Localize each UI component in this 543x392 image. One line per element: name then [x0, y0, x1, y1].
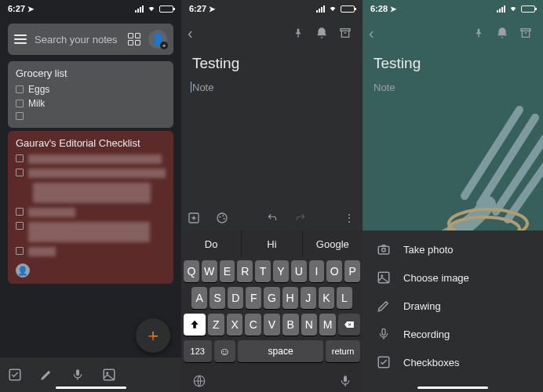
note-card-grocery[interactable]: Grocery list Eggs Milk — [8, 61, 173, 128]
dictation-icon[interactable] — [339, 374, 352, 388]
key-b[interactable]: B — [282, 314, 299, 336]
account-avatar[interactable]: 👤 — [148, 30, 167, 49]
key-a[interactable]: A — [191, 287, 207, 309]
redo-icon[interactable] — [293, 212, 308, 223]
sheet-item-choose-image[interactable]: Choose image — [363, 263, 543, 292]
checkbox-icon — [16, 247, 24, 255]
space-key[interactable]: space — [238, 340, 323, 362]
checkbox-icon[interactable] — [16, 85, 24, 93]
clock: 6:28 — [370, 4, 388, 13]
archive-icon[interactable] — [339, 27, 356, 39]
note-add-menu-screen: 6:28 ➤ ‹ Testing Note Take photo — [363, 0, 543, 392]
note-title-input[interactable]: Testing — [192, 55, 352, 72]
key-h[interactable]: H — [282, 287, 298, 309]
sheet-item-take-photo[interactable]: Take photo — [363, 235, 543, 263]
note-card-checklist[interactable]: Gaurav's Editorial Checklist 👤 — [8, 131, 173, 284]
archive-icon[interactable] — [519, 27, 537, 39]
image-icon[interactable] — [102, 368, 116, 382]
checkbox-icon[interactable] — [8, 368, 22, 382]
key-s[interactable]: S — [210, 287, 225, 309]
palette-icon[interactable] — [216, 212, 230, 224]
note-editor[interactable]: Testing Note — [181, 49, 363, 100]
pin-icon[interactable] — [292, 27, 309, 39]
key-z[interactable]: Z — [208, 314, 224, 336]
suggestion[interactable]: Google — [303, 230, 363, 257]
note-editor[interactable]: Testing Note — [363, 49, 543, 100]
sheet-item-checkboxes[interactable]: Checkboxes — [363, 348, 543, 376]
key-l[interactable]: L — [337, 287, 352, 309]
mic-icon[interactable] — [71, 368, 85, 382]
signal-icon — [497, 5, 505, 13]
checkbox-icon[interactable] — [16, 112, 24, 120]
svg-rect-11 — [344, 376, 347, 382]
key-q[interactable]: Q — [184, 260, 199, 282]
sheet-item-drawing[interactable]: Drawing — [363, 292, 543, 320]
key-k[interactable]: K — [319, 287, 334, 309]
mic-icon — [377, 327, 391, 341]
backspace-key[interactable] — [338, 314, 360, 336]
key-e[interactable]: E — [220, 260, 235, 282]
brush-icon[interactable] — [39, 368, 53, 382]
more-icon[interactable]: ⋮ — [342, 212, 356, 224]
suggestion[interactable]: Do — [181, 230, 242, 257]
key-w[interactable]: W — [202, 260, 217, 282]
key-u[interactable]: U — [291, 260, 307, 282]
svg-point-3 — [106, 372, 108, 374]
back-icon[interactable]: ‹ — [188, 24, 193, 42]
camera-icon — [377, 242, 391, 256]
reminder-icon[interactable] — [315, 27, 333, 39]
return-key[interactable]: return — [326, 340, 360, 362]
key-r[interactable]: R — [237, 260, 253, 282]
suggestion[interactable]: Hi — [242, 230, 302, 257]
image-icon — [377, 270, 391, 285]
home-indicator[interactable] — [56, 387, 126, 389]
key-f[interactable]: F — [246, 287, 261, 309]
checkbox-icon — [16, 169, 24, 176]
search-placeholder: Search your notes — [35, 34, 120, 45]
key-j[interactable]: J — [301, 287, 316, 309]
key-m[interactable]: M — [319, 314, 336, 336]
key-c[interactable]: C — [245, 314, 261, 336]
undo-icon[interactable] — [265, 212, 279, 223]
clock: 6:27 — [189, 4, 206, 13]
key-i[interactable]: I — [309, 260, 325, 282]
note-title-input[interactable]: Testing — [374, 55, 532, 72]
keep-home-screen: 6:27 ➤ Search your notes 👤 Grocery list … — [0, 0, 181, 392]
new-note-fab[interactable]: ＋ — [136, 318, 170, 353]
status-bar: 6:27 ➤ — [0, 0, 181, 17]
back-icon[interactable]: ‹ — [369, 24, 374, 42]
key-x[interactable]: X — [227, 314, 243, 336]
menu-icon[interactable] — [14, 34, 27, 44]
signal-icon — [135, 5, 144, 13]
key-t[interactable]: T — [255, 260, 271, 282]
home-indicator[interactable] — [417, 387, 488, 389]
grid-view-icon[interactable] — [128, 33, 140, 45]
search-bar[interactable]: Search your notes 👤 — [8, 24, 173, 55]
sheet-label: Choose image — [403, 272, 469, 284]
key-y[interactable]: Y — [273, 260, 289, 282]
status-bar: 6:27 ➤ — [181, 0, 363, 17]
shift-key[interactable] — [184, 314, 206, 336]
globe-icon[interactable] — [192, 374, 206, 388]
key-g[interactable]: G — [264, 287, 279, 309]
sheet-item-recording[interactable]: Recording — [363, 320, 543, 348]
checkbox-icon[interactable] — [16, 100, 24, 107]
key-v[interactable]: V — [264, 314, 280, 336]
note-body-input[interactable]: Note — [374, 82, 395, 93]
svg-rect-19 — [382, 328, 385, 335]
note-body-input[interactable]: Note — [192, 82, 213, 93]
app-bar: ‹ — [363, 17, 543, 49]
reminder-icon[interactable] — [496, 27, 513, 39]
svg-rect-12 — [521, 29, 530, 31]
numbers-key[interactable]: 123 — [184, 340, 212, 362]
key-o[interactable]: O — [326, 260, 342, 282]
emoji-key[interactable]: ☺ — [214, 340, 235, 362]
key-d[interactable]: D — [228, 287, 243, 309]
text-cursor — [191, 82, 191, 93]
key-p[interactable]: P — [344, 260, 360, 282]
key-n[interactable]: N — [301, 314, 318, 336]
add-icon[interactable] — [188, 212, 202, 224]
pin-icon[interactable] — [472, 27, 490, 39]
svg-rect-4 — [341, 29, 350, 31]
location-icon: ➤ — [27, 5, 34, 13]
